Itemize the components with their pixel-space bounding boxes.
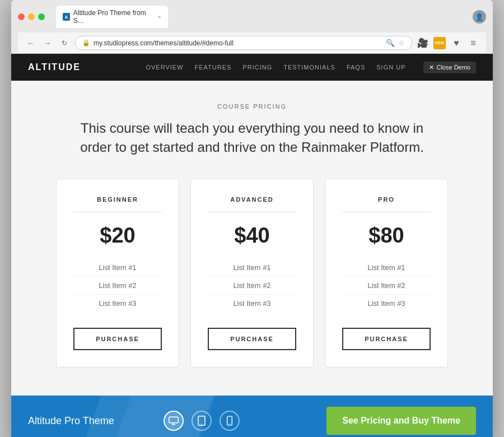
tab-title: Altitude Pro Theme from S… (73, 9, 152, 25)
pricing-cards: BEGINNER $20 List Item #1 List Item #2 L… (45, 179, 459, 368)
desktop-icon[interactable] (164, 411, 184, 431)
see-pricing-button[interactable]: See Pricing and Buy Theme (326, 407, 476, 435)
nav-testimonials[interactable]: TESTIMONIALS (283, 64, 335, 71)
website-content: ALTITUDE OVERVIEW FEATURES PRICING TESTI… (11, 54, 493, 437)
list-item: List Item #3 (73, 295, 162, 312)
nav-features[interactable]: FEATURES (195, 64, 232, 71)
card-divider-beginner (73, 212, 162, 212)
pricing-card-beginner: BEGINNER $20 List Item #1 List Item #2 L… (56, 179, 179, 368)
star-icon[interactable]: ☆ (398, 39, 405, 47)
tab-bar: A Altitude Pro Theme from S… × (56, 6, 468, 28)
list-item: List Item #3 (342, 295, 431, 312)
close-demo-label: Close Demo (436, 64, 470, 71)
nav-pricing[interactable]: PRICING (242, 64, 272, 71)
card-tier-beginner: BEGINNER (73, 196, 162, 203)
card-items-beginner: List Item #1 List Item #2 List Item #3 (73, 259, 162, 312)
browser-addressbar: ← → ↻ 🔒 my.studiopress.com/themes/altitu… (18, 32, 486, 54)
mobile-icon[interactable] (220, 411, 240, 431)
card-divider-pro (342, 212, 431, 212)
pricing-label: COURSE PRICING (45, 103, 459, 110)
purchase-button-beginner[interactable]: PURCHASE (73, 328, 162, 350)
pricing-card-advanced: ADVANCED $40 List Item #1 List Item #2 L… (190, 179, 314, 368)
browser-actions: 🎥 NEW ♥ ≡ (417, 37, 479, 49)
address-bar[interactable]: 🔒 my.studiopress.com/themes/altitude/#de… (75, 36, 412, 50)
card-tier-advanced: ADVANCED (208, 196, 296, 203)
list-item: List Item #1 (208, 259, 296, 277)
nav-signup[interactable]: SIGN UP (376, 64, 405, 71)
close-traffic-light[interactable] (18, 13, 25, 20)
svg-rect-3 (198, 416, 205, 426)
tab-close-button[interactable]: × (158, 13, 161, 20)
purchase-button-advanced[interactable]: PURCHASE (208, 328, 296, 350)
nav-faqs[interactable]: FAQS (347, 64, 365, 71)
browser-titlebar: A Altitude Pro Theme from S… × 👤 ← → ↻ 🔒… (11, 0, 493, 54)
heart-icon[interactable]: ♥ (450, 37, 463, 49)
site-nav: ALTITUDE OVERVIEW FEATURES PRICING TESTI… (11, 54, 493, 81)
close-demo-x: ✕ (429, 64, 434, 71)
nav-links: OVERVIEW FEATURES PRICING TESTIMONIALS F… (146, 62, 476, 73)
minimize-traffic-light[interactable] (28, 13, 35, 20)
card-divider-advanced (208, 212, 296, 212)
svg-point-6 (229, 424, 230, 424)
footer-theme-name: Altitude Pro Theme (28, 415, 114, 427)
lock-icon: 🔒 (82, 39, 90, 47)
list-item: List Item #1 (342, 259, 431, 277)
menu-icon[interactable]: ≡ (467, 37, 479, 49)
pricing-headline: This course will teach you everything yo… (78, 119, 426, 156)
tablet-icon[interactable] (192, 411, 212, 431)
card-tier-pro: PRO (342, 196, 431, 203)
browser-window: A Altitude Pro Theme from S… × 👤 ← → ↻ 🔒… (11, 0, 493, 437)
forward-button[interactable]: → (41, 37, 54, 49)
footer-device-icons (164, 411, 240, 431)
list-item: List Item #2 (342, 277, 431, 295)
back-button[interactable]: ← (25, 37, 37, 49)
pricing-section: COURSE PRICING This course will teach yo… (11, 81, 493, 396)
browser-controls: A Altitude Pro Theme from S… × 👤 (18, 6, 486, 28)
nav-overview[interactable]: OVERVIEW (146, 64, 183, 71)
address-icons: 🔍 ☆ (386, 39, 405, 47)
list-item: List Item #3 (208, 295, 296, 312)
card-items-advanced: List Item #1 List Item #2 List Item #3 (208, 259, 296, 312)
card-items-pro: List Item #1 List Item #2 List Item #3 (342, 259, 431, 312)
new-badge[interactable]: NEW (433, 37, 446, 49)
tab-favicon: A (63, 13, 70, 21)
list-item: List Item #2 (208, 277, 296, 295)
footer-banner: Altitude Pro Theme (11, 396, 493, 437)
site-logo: ALTITUDE (28, 62, 81, 72)
profile-icon[interactable]: 👤 (473, 10, 486, 24)
svg-point-4 (201, 424, 202, 425)
list-item: List Item #2 (73, 277, 162, 295)
list-item: List Item #1 (73, 259, 162, 277)
maximize-traffic-light[interactable] (38, 13, 45, 20)
camera-icon[interactable]: 🎥 (417, 37, 429, 49)
card-price-pro: $80 (342, 224, 431, 248)
search-icon[interactable]: 🔍 (386, 39, 395, 47)
card-price-beginner: $20 (73, 224, 162, 248)
traffic-lights (18, 13, 45, 20)
url-text: my.studiopress.com/themes/altitude/#demo… (94, 39, 382, 47)
refresh-button[interactable]: ↻ (58, 37, 71, 49)
purchase-button-pro[interactable]: PURCHASE (342, 328, 431, 350)
card-price-advanced: $40 (208, 224, 296, 248)
pricing-card-pro: PRO $80 List Item #1 List Item #2 List I… (325, 179, 448, 368)
active-tab[interactable]: A Altitude Pro Theme from S… × (56, 6, 168, 28)
svg-rect-0 (169, 417, 178, 423)
close-demo-button[interactable]: ✕ Close Demo (423, 62, 476, 73)
